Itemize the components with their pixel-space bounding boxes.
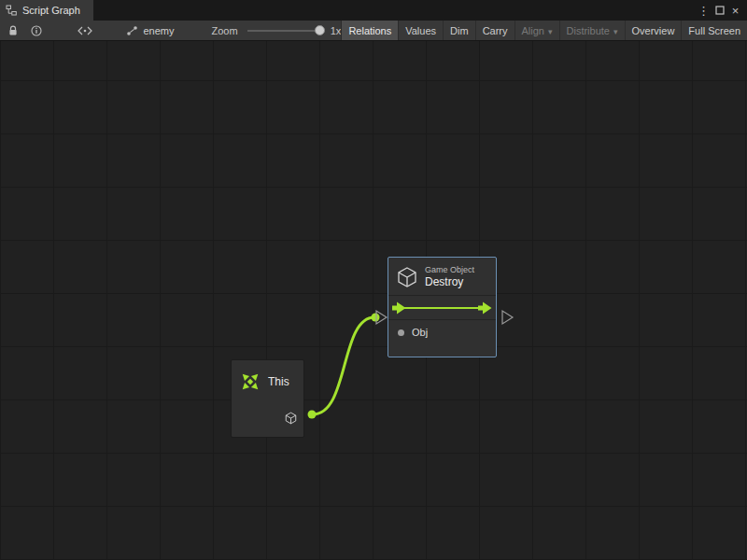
graph-toolbar: enemy Zoom 1x Relations Values Dim Carry… xyxy=(0,21,747,41)
values-button[interactable]: Values xyxy=(398,21,443,40)
destroy-flow-row xyxy=(388,295,496,320)
info-icon xyxy=(31,25,42,36)
graph-canvas[interactable]: Game Object Destroy Obj xyxy=(0,41,747,560)
script-graph-icon xyxy=(6,5,17,16)
this-node-header[interactable]: This xyxy=(232,360,303,392)
obj-port-label: Obj xyxy=(412,327,428,338)
zoom-slider-knob[interactable] xyxy=(315,25,325,35)
destroy-node-titles: Game Object Destroy xyxy=(425,265,474,288)
zoom-slider[interactable] xyxy=(247,21,323,40)
this-unit-icon xyxy=(240,371,261,392)
maximize-glyph xyxy=(715,6,725,15)
tab-bar: Script Graph ⋮ × xyxy=(0,0,747,21)
graph-breadcrumb[interactable]: enemy xyxy=(126,25,174,36)
destroy-flow-output-port[interactable] xyxy=(502,311,513,324)
relations-label: Relations xyxy=(348,25,391,36)
window-close-icon[interactable]: × xyxy=(727,0,743,21)
graph-name: enemy xyxy=(143,25,174,36)
values-label: Values xyxy=(405,25,436,36)
node-title: Destroy xyxy=(425,275,474,288)
chevron-down-icon: ▾ xyxy=(548,27,553,36)
fullscreen-button[interactable]: Full Screen xyxy=(681,21,747,40)
connection-end-dot[interactable] xyxy=(372,314,380,322)
fullscreen-label: Full Screen xyxy=(688,25,740,36)
flow-relation-line xyxy=(402,307,482,309)
info-button[interactable] xyxy=(29,21,45,40)
edit-graph-button[interactable] xyxy=(76,21,94,40)
window-menu-icon[interactable]: ⋮ xyxy=(696,0,712,21)
tab-title: Script Graph xyxy=(22,5,80,16)
toolbar-button-group: Relations Values Dim Carry Align ▾ Distr… xyxy=(341,21,747,40)
code-brackets-icon xyxy=(78,26,92,35)
distribute-dropdown[interactable]: Distribute ▾ xyxy=(559,21,625,40)
zoom-label: Zoom xyxy=(212,25,238,36)
tabbar-spacer xyxy=(93,0,696,21)
connections-layer xyxy=(0,41,747,560)
flow-in-arrow-icon[interactable] xyxy=(392,301,406,315)
overview-button[interactable]: Overview xyxy=(625,21,682,40)
destroy-obj-row: Obj xyxy=(388,320,496,344)
this-output-port-dot[interactable] xyxy=(308,411,317,419)
node-this[interactable]: This xyxy=(231,359,304,438)
node-title: This xyxy=(268,375,289,388)
destroy-node-header[interactable]: Game Object Destroy xyxy=(388,258,496,295)
lock-button[interactable] xyxy=(6,21,21,40)
align-dropdown[interactable]: Align ▾ xyxy=(514,21,559,40)
carry-label: Carry xyxy=(483,25,508,36)
window-maximize-icon[interactable] xyxy=(712,0,727,21)
game-object-cube-icon xyxy=(397,266,417,288)
chevron-down-icon: ▾ xyxy=(613,27,618,36)
zoom-value: 1x xyxy=(331,25,342,36)
tab-script-graph[interactable]: Script Graph xyxy=(0,0,93,21)
zoom-slider-track[interactable] xyxy=(247,30,323,32)
flow-out-arrow-icon[interactable] xyxy=(478,301,492,315)
node-destroy[interactable]: Game Object Destroy Obj xyxy=(388,257,497,357)
lock-icon xyxy=(7,25,19,36)
window-controls: ⋮ × xyxy=(696,0,747,21)
carry-button[interactable]: Carry xyxy=(475,21,514,40)
connection-this-to-destroy[interactable] xyxy=(313,317,374,414)
align-label: Align xyxy=(522,25,544,36)
dim-button[interactable]: Dim xyxy=(443,21,475,40)
gameobject-output-port-icon[interactable] xyxy=(285,412,297,425)
overview-label: Overview xyxy=(632,25,675,36)
relations-button[interactable]: Relations xyxy=(341,21,398,40)
graph-asset-icon xyxy=(126,25,138,36)
dim-label: Dim xyxy=(450,25,469,36)
obj-input-port[interactable] xyxy=(398,329,404,336)
node-category: Game Object xyxy=(425,265,474,274)
distribute-label: Distribute xyxy=(567,25,610,36)
